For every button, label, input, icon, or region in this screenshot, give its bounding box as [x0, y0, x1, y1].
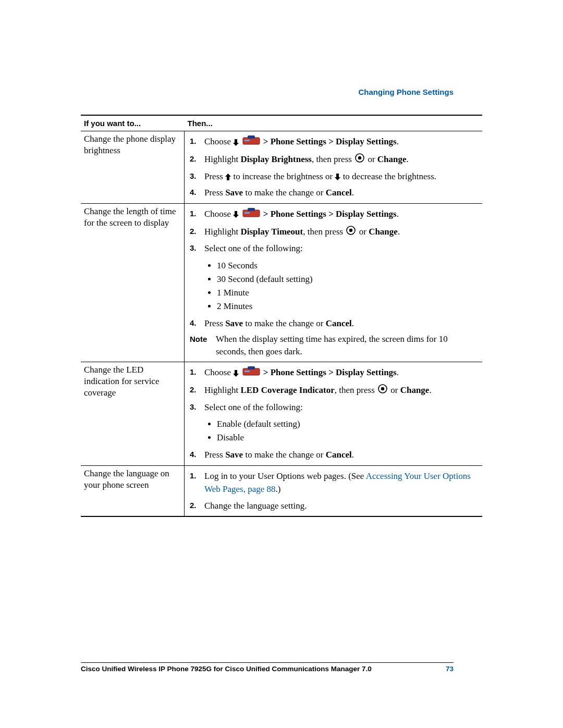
- down-arrow-icon: [233, 369, 239, 377]
- select-button-icon: [346, 226, 356, 239]
- step-body: Choose > Phone Settings > Display Settin…: [204, 366, 479, 380]
- svg-rect-16: [248, 366, 255, 369]
- list-item: 10 Seconds: [217, 259, 479, 273]
- step-number: 2.: [188, 384, 204, 398]
- text: .: [352, 450, 354, 460]
- step: 1. Choose > Phone Settings > Display Set…: [188, 364, 479, 382]
- text-bold: Save: [225, 450, 243, 460]
- col-header-if: If you want to...: [81, 115, 185, 131]
- steps-cell: 1. Choose > Phone Settings > Display Set…: [185, 362, 483, 465]
- text: Highlight: [204, 154, 240, 164]
- text-bold: Change: [369, 227, 398, 237]
- text-bold: Save: [225, 318, 243, 328]
- step-body: Highlight Display Timeout, then press or…: [204, 225, 479, 239]
- section-heading: Changing Phone Settings: [359, 88, 454, 96]
- svg-marker-14: [233, 370, 239, 377]
- step: 1. Choose > Phone Settings > Display Set…: [188, 206, 479, 224]
- text: Press: [204, 318, 225, 328]
- text-bold: Display Timeout: [240, 227, 303, 237]
- note-text: When the display setting time has expire…: [216, 333, 479, 358]
- options-list: 10 Seconds 30 Second (default setting) 1…: [217, 259, 479, 313]
- step-body: Highlight LED Coverage Indicator, then p…: [204, 384, 479, 398]
- steps-cell: 1. Log in to your User Options web pages…: [185, 465, 483, 516]
- text: to increase the brightness or: [231, 171, 335, 181]
- step: 3. Select one of the following:: [188, 399, 479, 416]
- menu-path: > Phone Settings > Display Settings: [261, 137, 397, 146]
- text: .: [407, 154, 409, 164]
- task-cell: Change the language on your phone screen: [81, 465, 185, 516]
- table-row: Change the phone display brightness 1. C…: [81, 131, 482, 204]
- svg-marker-6: [225, 174, 231, 180]
- page: Changing Phone Settings If you want to..…: [0, 0, 563, 728]
- select-button-icon: [355, 153, 364, 167]
- step-body: Log in to your User Options web pages. (…: [204, 470, 479, 496]
- text: , then press: [335, 385, 377, 395]
- step-number: 1.: [188, 135, 204, 150]
- svg-rect-2: [248, 135, 255, 139]
- step-number: 3.: [188, 401, 204, 414]
- svg-rect-3: [244, 140, 250, 141]
- text-bold: Cancel: [326, 450, 352, 460]
- text-bold: LED Coverage Indicator: [240, 385, 334, 395]
- step-number: 1.: [188, 470, 204, 496]
- task-cell: Change the LED indication for service co…: [81, 362, 185, 465]
- svg-point-5: [358, 156, 361, 159]
- text: .: [397, 367, 399, 377]
- settings-toolbox-icon: [242, 207, 260, 222]
- step: 2. Highlight LED Coverage Indicator, the…: [188, 382, 479, 399]
- step-body: Press Save to make the change or Cancel.: [204, 186, 479, 200]
- task-cell: Change the length of time for the screen…: [81, 203, 185, 362]
- text-bold: Cancel: [326, 188, 352, 198]
- step: 1. Log in to your User Options web pages…: [188, 468, 479, 498]
- page-number: 73: [446, 665, 454, 673]
- step-body: Press to increase the brightness or to d…: [204, 170, 479, 183]
- step: 2. Highlight Display Timeout, then press…: [188, 224, 479, 241]
- down-arrow-icon: [233, 139, 239, 146]
- settings-toolbox-icon: [242, 135, 260, 150]
- settings-table: If you want to... Then... Change the pho…: [81, 115, 482, 517]
- text: Choose: [204, 137, 233, 146]
- table-header-row: If you want to... Then...: [81, 115, 482, 131]
- note-label: Note: [188, 333, 216, 358]
- down-arrow-icon: [335, 173, 340, 181]
- svg-marker-7: [335, 174, 340, 180]
- col-header-then: Then...: [185, 115, 483, 131]
- steps-cell: 1. Choose > Phone Settings > Display Set…: [185, 131, 483, 204]
- text: .: [397, 209, 399, 219]
- menu-path: > Phone Settings > Display Settings: [261, 209, 397, 219]
- menu-path: > Phone Settings > Display Settings: [261, 367, 397, 377]
- down-arrow-icon: [233, 211, 239, 218]
- table-row: Change the language on your phone screen…: [81, 465, 482, 516]
- step: 3. Press to increase the brightness or t…: [188, 168, 479, 185]
- text: to make the change or: [243, 188, 326, 198]
- text: .: [352, 318, 354, 328]
- text: Choose: [204, 209, 233, 219]
- footer-title: Cisco Unified Wireless IP Phone 7925G fo…: [81, 665, 372, 673]
- text: or: [357, 227, 369, 237]
- table-row: Change the LED indication for service co…: [81, 362, 482, 465]
- step: 1. Choose > Phone Settings > Display Set…: [188, 133, 479, 151]
- text: .: [429, 385, 431, 395]
- step-number: 4.: [188, 317, 204, 330]
- up-arrow-icon: [225, 173, 231, 181]
- text: to make the change or: [243, 450, 326, 460]
- text-bold: Display Brightness: [240, 154, 312, 164]
- text-bold: Save: [225, 188, 243, 198]
- list-item: 30 Second (default setting): [217, 273, 479, 286]
- step-number: 2.: [188, 225, 204, 239]
- text: Highlight: [204, 227, 240, 237]
- svg-point-19: [381, 387, 384, 390]
- step: 2. Change the language setting.: [188, 498, 479, 514]
- text: .: [352, 188, 354, 198]
- step-body: Choose > Phone Settings > Display Settin…: [204, 135, 479, 150]
- text-bold: Cancel: [326, 318, 352, 328]
- text-bold: Change: [400, 385, 430, 395]
- svg-marker-8: [233, 211, 239, 218]
- text: .: [397, 137, 399, 146]
- text: to decrease the brightness.: [340, 171, 436, 181]
- step: 3. Select one of the following:: [188, 240, 479, 257]
- note: Note When the display setting time has e…: [188, 331, 479, 360]
- text: or: [388, 385, 400, 395]
- text: Choose: [204, 367, 233, 377]
- step-body: Press Save to make the change or Cancel.: [204, 317, 479, 330]
